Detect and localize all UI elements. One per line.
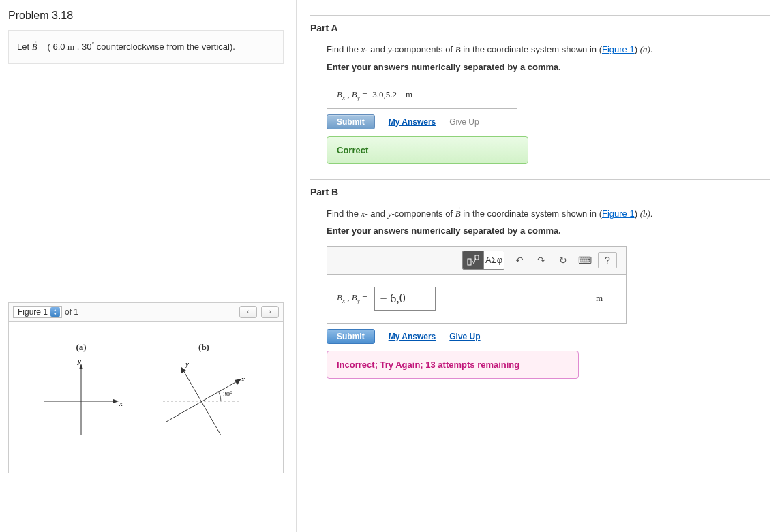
figure-nav-bar: Figure 1 of 1 ‹ › xyxy=(8,302,284,322)
pb-close: ) xyxy=(635,208,640,219)
vector-B: B xyxy=(32,42,37,52)
svg-marker-8 xyxy=(235,379,241,385)
pb-By: B xyxy=(352,292,357,302)
svg-line-9 xyxy=(183,371,221,435)
part-a-submit-button[interactable]: Submit xyxy=(327,114,375,129)
svg-marker-10 xyxy=(181,367,186,373)
part-a-value: -3.0,5.2 xyxy=(370,89,397,99)
pa-period: . xyxy=(650,44,653,54)
svg-rect-14 xyxy=(468,259,471,265)
toolbar-reset-button[interactable]: ↻ xyxy=(554,251,572,269)
svg-text:y: y xyxy=(185,360,189,368)
part-a-feedback: Correct xyxy=(327,136,528,164)
divider-a xyxy=(310,15,770,16)
pb-sep: , xyxy=(345,292,352,302)
toolbar-undo-button[interactable]: ↶ xyxy=(511,251,528,269)
figure-canvas: (a) y x (b) xyxy=(8,322,284,473)
figure-next-button[interactable]: › xyxy=(261,306,279,318)
pa-close: ) xyxy=(635,44,640,54)
figure-select[interactable]: Figure 1 xyxy=(13,306,62,318)
ccw-text: counterclockwise from the vertical). xyxy=(97,42,235,52)
part-a-my-answers-link[interactable]: My Answers xyxy=(389,117,436,127)
toolbar-symbols-button[interactable]: ΑΣφ xyxy=(483,251,504,269)
toolbar-templates-button[interactable]: √ xyxy=(463,251,483,269)
pa-eq: = xyxy=(360,89,370,99)
equation-toolbar: √ ΑΣφ ↶ ↷ ↻ ⌨ ? xyxy=(327,246,627,275)
figure-select-label: Figure 1 xyxy=(18,307,48,317)
part-b-answer-panel: Bx , By = − 6,0 m xyxy=(327,275,627,324)
pb-m1: - and xyxy=(365,208,387,219)
toolbar-redo-button[interactable]: ↷ xyxy=(532,251,550,269)
part-b-giveup-link[interactable]: Give Up xyxy=(449,332,480,341)
figure-prev-button[interactable]: ‹ xyxy=(239,306,257,318)
coord-a-label: (a) xyxy=(37,342,125,353)
pb-vec: B xyxy=(455,208,461,219)
pb-t1: Find the xyxy=(327,208,361,219)
angle-val: 30 xyxy=(82,42,91,52)
coord-system-a: (a) y x xyxy=(37,342,125,445)
pb-period: . xyxy=(650,208,653,219)
coord-b-label: (b) xyxy=(153,342,255,353)
unit-m: m xyxy=(67,42,74,52)
toolbar-keyboard-button[interactable]: ⌨ xyxy=(576,251,594,269)
svg-text:y: y xyxy=(77,357,81,365)
pb-after: in the coordinate system shown in ( xyxy=(461,208,602,219)
pa-after: in the coordinate system shown in ( xyxy=(461,44,602,54)
pa-By: B xyxy=(352,89,357,99)
comma: , xyxy=(77,42,82,52)
figure-count: of 1 xyxy=(65,307,78,317)
part-a-giveup[interactable]: Give Up xyxy=(449,117,479,127)
pa-Bx: B xyxy=(337,89,342,99)
part-a-answer-box: Bx , By = -3.0,5.2 m xyxy=(327,82,517,109)
pb-sub: (b) xyxy=(640,208,650,219)
pb-eq: = xyxy=(360,292,367,302)
problem-statement: Let B = ( 6.0 m , 30° counterclockwise f… xyxy=(8,30,284,64)
svg-text:x: x xyxy=(241,375,245,383)
pa-sep: , xyxy=(345,89,352,99)
part-b-instruction: Enter your answers numerically separated… xyxy=(327,224,770,238)
part-b-input[interactable]: − 6,0 xyxy=(374,287,436,311)
equals-open: = ( 6.0 xyxy=(40,42,67,52)
problem-title: Problem 3.18 xyxy=(8,10,284,22)
degree-symbol: ° xyxy=(92,41,95,48)
pa-m2: -components of xyxy=(391,44,455,54)
toolbar-help-button[interactable]: ? xyxy=(598,252,617,268)
figure-link-b[interactable]: Figure 1 xyxy=(602,208,635,219)
figure-stepper-icon[interactable] xyxy=(50,307,60,317)
part-b-prompt: Find the x- and y-components of B in the… xyxy=(310,207,770,238)
part-a-heading: Part A xyxy=(310,22,770,33)
part-a-instruction: Enter your answers numerically separated… xyxy=(327,61,770,74)
svg-marker-3 xyxy=(113,399,119,403)
pa-t1: Find the xyxy=(327,44,361,54)
part-a-prompt: Find the x- and y-components of B in the… xyxy=(310,43,770,74)
figure-link-a[interactable]: Figure 1 xyxy=(602,44,635,54)
part-a-unit: m xyxy=(406,89,412,99)
part-b-feedback: Incorrect; Try Again; 13 attempts remain… xyxy=(327,351,579,379)
divider-b xyxy=(310,179,770,180)
axes-a-svg: y x xyxy=(37,357,125,445)
part-b-my-answers-link[interactable]: My Answers xyxy=(389,332,436,341)
axes-b-svg: 30° y x xyxy=(153,357,255,445)
pa-m1: - and xyxy=(365,44,387,54)
part-b-heading: Part B xyxy=(310,187,770,198)
pa-sub: (a) xyxy=(640,44,650,54)
let-prefix: Let xyxy=(17,42,32,52)
svg-text:x: x xyxy=(119,399,123,407)
pa-vec: B xyxy=(455,44,461,54)
svg-text:√: √ xyxy=(472,257,477,266)
coord-system-b: (b) 30° y x xyxy=(153,342,255,445)
pb-m2: -components of xyxy=(391,208,455,219)
svg-text:30°: 30° xyxy=(223,390,232,398)
pb-Bx: B xyxy=(337,292,342,302)
part-b-unit: m xyxy=(596,293,603,304)
part-b-submit-button[interactable]: Submit xyxy=(327,329,375,344)
